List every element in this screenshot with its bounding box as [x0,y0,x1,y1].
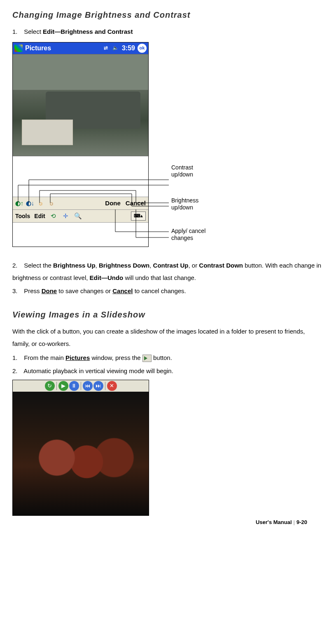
page-footer: User's Manual|9-20 [12,518,324,527]
step-number: 1. [12,26,22,38]
device-frame: Pictures ⇄ 🔈 3:59 ok ◐↑ ◐↓ ☼ ☼ Done Canc… [12,42,149,247]
volume-icon[interactable]: 🔈 [112,45,119,51]
step-text: Select [24,28,43,35]
image-preview [13,54,148,156]
slide-step-2: 2. Automatic playback in vertical viewin… [12,365,324,377]
cancel-button[interactable]: Cancel [126,198,146,208]
step-number: 3. [12,285,22,297]
edit-menu[interactable]: Edit [34,212,45,221]
previous-icon[interactable]: ⏮ [83,381,93,391]
whitespace-area [13,156,148,197]
callout-contrast: Contrast up/down [171,164,208,178]
section-heading-2: Viewing Images in a Slideshow [12,308,324,321]
menu-bar: Tools Edit ⟲ ✛ 🔍 ⌨▴ [13,210,148,223]
clock-label: 3:59 [122,43,135,54]
app-title: Pictures [25,43,51,54]
done-button[interactable]: Done [105,198,121,208]
step-number: 1. [12,352,22,364]
pause-icon[interactable]: ⏸ [69,381,79,391]
rotate-icon[interactable]: ↻ [45,381,55,391]
zoom-icon[interactable]: 🔍 [74,212,82,220]
brightness-up-icon[interactable]: ☼ [37,199,45,207]
contrast-down-icon[interactable]: ◐↓ [26,199,34,207]
section-heading-1: Changing Image Brightness and Contrast [12,8,324,21]
title-bar: Pictures ⇄ 🔈 3:59 ok [13,42,148,54]
crop-icon[interactable]: ✛ [62,212,70,220]
next-icon[interactable]: ⏭ [93,381,103,391]
rotate-icon[interactable]: ⟲ [49,212,58,220]
step-1: 1. Select Edit—Brightness and Contrast [12,26,324,38]
step-number: 2. [12,365,22,377]
keyboard-toggle-icon[interactable]: ⌨▴ [131,212,146,221]
screenshot-slideshow: ↻ ▶ ⏸ ⏮ ⏭ ✕ [12,380,149,516]
brightness-down-icon[interactable]: ☼ [47,199,56,207]
slideshow-play-icon [142,355,152,362]
step-emphasis: Edit—Brightness and Contrast [43,28,133,35]
contrast-up-icon[interactable]: ◐↑ [15,199,23,207]
play-icon[interactable]: ▶ [58,381,68,391]
callout-brightness: Brightness up/down [171,197,212,211]
step-3: 3. Press Done to save changes or Cancel … [12,285,324,297]
connectivity-icon[interactable]: ⇄ [102,45,110,51]
tools-menu[interactable]: Tools [15,212,30,221]
step-2: 2. Select the Brightness Up, Brightness … [12,259,324,284]
edit-toolbar: ◐↑ ◐↓ ☼ ☼ Done Cancel [13,197,148,210]
step-number: 2. [12,259,22,272]
callout-apply: Apply/ cancel changes [171,228,208,242]
ok-button[interactable]: ok [138,44,147,53]
slide-step-1: 1. From the main Pictures window, press … [12,352,324,364]
screenshot-brightness-contrast: Pictures ⇄ 🔈 3:59 ok ◐↑ ◐↓ ☼ ☼ Done Canc… [12,42,206,247]
whitespace-area-2 [13,223,148,247]
start-icon[interactable] [14,45,23,52]
playback-toolbar: ↻ ▶ ⏸ ⏮ ⏭ ✕ [13,380,149,392]
slideshow-image [13,392,149,515]
slideshow-intro: With the click of a button, you can crea… [12,325,324,350]
close-icon[interactable]: ✕ [107,381,117,391]
